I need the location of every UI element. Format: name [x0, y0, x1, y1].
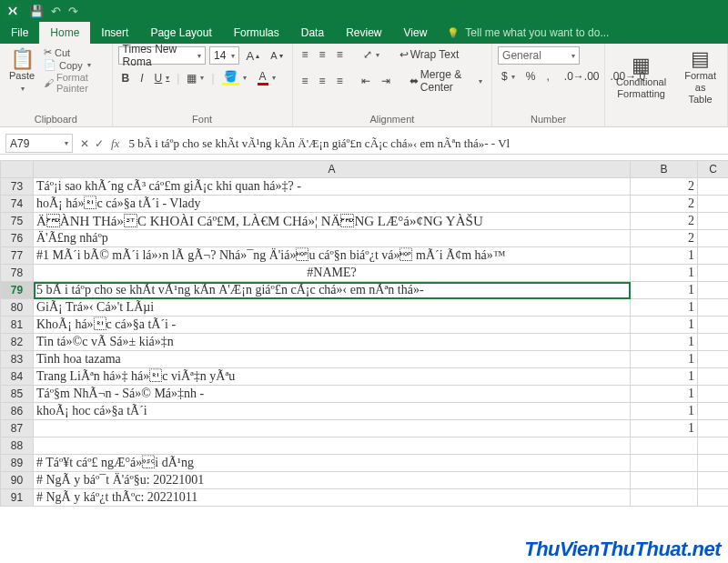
- align-center-icon[interactable]: ≡: [316, 73, 329, 89]
- font-name-select[interactable]: Times New Roma▾: [118, 46, 207, 65]
- accounting-format-icon[interactable]: $: [498, 68, 519, 85]
- col-header-A[interactable]: A: [34, 161, 631, 178]
- underline-button[interactable]: U: [151, 70, 174, 86]
- row-header[interactable]: 80: [1, 299, 34, 317]
- cell[interactable]: 2: [631, 230, 698, 247]
- align-right-icon[interactable]: ≡: [333, 73, 347, 89]
- cell[interactable]: [698, 317, 729, 334]
- cell[interactable]: 1: [631, 403, 698, 420]
- row-header[interactable]: 88: [1, 437, 34, 455]
- align-left-icon[interactable]: ≡: [298, 73, 312, 89]
- cell[interactable]: ÄÀNH THá»C KHOÀI Cáº£M, LÀ€M CHá»¦ NÄ…: [34, 213, 631, 230]
- save-icon[interactable]: 💾: [29, 5, 44, 18]
- font-size-select[interactable]: 14▾: [209, 46, 238, 65]
- cell[interactable]: # Táº¥t cáº£ ngÆ°á»i dÃ¹ng: [34, 455, 631, 472]
- cell[interactable]: [698, 351, 729, 368]
- cell[interactable]: 1: [631, 351, 698, 368]
- increase-indent-icon[interactable]: ⇥: [378, 73, 394, 89]
- cancel-formula-icon[interactable]: ✕: [80, 137, 89, 150]
- row-header[interactable]: 74: [1, 196, 34, 213]
- row-header[interactable]: 79: [1, 282, 34, 299]
- cell[interactable]: Tin tá»©c vÃ Sá»± kiá»‡n: [34, 334, 631, 351]
- row-header[interactable]: 86: [1, 403, 34, 420]
- cell[interactable]: 5 bÃ i táº­p cho se khÃ­t vÃ¹ng kÃ­n Ä'Æ…: [34, 282, 631, 299]
- cell[interactable]: Trang LiÃªn há»‡ há»c viÃª‡n yÃªu: [34, 368, 631, 386]
- fx-icon[interactable]: fx: [111, 136, 119, 151]
- enter-formula-icon[interactable]: ✓: [95, 137, 104, 150]
- cell[interactable]: 1: [631, 334, 698, 351]
- tab-home[interactable]: Home: [39, 22, 90, 44]
- cell[interactable]: [698, 455, 729, 472]
- comma-format-icon[interactable]: ,: [542, 68, 552, 85]
- row-header[interactable]: 73: [1, 178, 34, 196]
- tab-review[interactable]: Review: [335, 22, 392, 44]
- cell[interactable]: [698, 265, 729, 282]
- format-painter-button[interactable]: 🖌 Format Painter: [44, 72, 106, 94]
- name-box[interactable]: A79▾: [5, 134, 73, 153]
- increase-decimal-icon[interactable]: .0→.00: [561, 68, 603, 85]
- col-header-C[interactable]: C: [698, 161, 729, 178]
- cell[interactable]: 1: [631, 420, 698, 437]
- cell[interactable]: 1: [631, 368, 698, 386]
- row-header[interactable]: 90: [1, 472, 34, 489]
- cut-button[interactable]: ✂ Cut: [44, 46, 106, 58]
- copy-button[interactable]: 📄 Copy: [44, 59, 106, 71]
- row-header[interactable]: 84: [1, 368, 34, 386]
- cell[interactable]: [698, 386, 729, 403]
- row-header[interactable]: 76: [1, 230, 34, 247]
- cell[interactable]: [698, 368, 729, 386]
- increase-font-icon[interactable]: A▴: [243, 47, 264, 65]
- tab-data[interactable]: Data: [290, 22, 335, 44]
- cell[interactable]: [698, 489, 729, 507]
- cells-grid[interactable]: A B C 73Táº¡i sao khÃ´ng cÃ³ cáº£m giÃ¡c…: [0, 160, 728, 507]
- tab-formulas[interactable]: Formulas: [223, 22, 290, 44]
- row-header[interactable]: 75: [1, 213, 34, 230]
- cell[interactable]: [698, 472, 729, 489]
- cell[interactable]: [698, 403, 729, 420]
- decrease-indent-icon[interactable]: ⇤: [358, 73, 374, 89]
- cell[interactable]: 1: [631, 299, 698, 317]
- cell[interactable]: khoÃ¡ hoc cá»§a tÃ´i: [34, 403, 631, 420]
- cell[interactable]: 1: [631, 247, 698, 265]
- cell[interactable]: [631, 437, 698, 455]
- tab-pagelayout[interactable]: Page Layout: [139, 22, 222, 44]
- row-header[interactable]: 87: [1, 420, 34, 437]
- tab-insert[interactable]: Insert: [90, 22, 139, 44]
- italic-button[interactable]: I: [136, 70, 147, 86]
- orientation-icon[interactable]: ⤢: [359, 46, 383, 63]
- cell[interactable]: 1: [631, 386, 698, 403]
- cell[interactable]: #1 MÃ´i bÃ© mÃ´i lá»›n lÃ gÃ¬? Nhá»¯ng Ä…: [34, 247, 631, 265]
- row-header[interactable]: 77: [1, 247, 34, 265]
- bold-button[interactable]: B: [118, 70, 134, 86]
- paste-button[interactable]: 📋 Paste: [5, 46, 38, 96]
- cell[interactable]: [698, 282, 729, 299]
- wrap-text-button[interactable]: ↩ Wrap Text: [396, 46, 463, 63]
- cell[interactable]: [698, 247, 729, 265]
- cell[interactable]: #NAME?: [34, 265, 631, 282]
- formula-bar[interactable]: 5 bÃ i táº­p cho se khÃ­t vÃ¹ng kÃ­n Ä'Æ…: [123, 136, 728, 151]
- cell[interactable]: [698, 437, 729, 455]
- number-format-select[interactable]: General▾: [498, 46, 580, 65]
- redo-icon[interactable]: ↷: [68, 5, 78, 18]
- undo-icon[interactable]: ↶: [51, 5, 61, 18]
- font-color-button[interactable]: A: [254, 68, 279, 87]
- cell[interactable]: 2: [631, 213, 698, 230]
- align-top-icon[interactable]: ≡: [298, 46, 312, 63]
- cell[interactable]: [34, 420, 631, 437]
- cell[interactable]: Táº¡i sao khÃ´ng cÃ³ cáº£m giÃ¡c khi qua…: [34, 178, 631, 196]
- cell[interactable]: hoÃ¡ há»c cá»§a tÃ´i - Vlady: [34, 196, 631, 213]
- cell[interactable]: [698, 196, 729, 213]
- row-header[interactable]: 91: [1, 489, 34, 507]
- cell[interactable]: 2: [631, 178, 698, 196]
- row-header[interactable]: 78: [1, 265, 34, 282]
- tab-view[interactable]: View: [393, 22, 439, 44]
- fill-color-button[interactable]: 🪣: [218, 68, 250, 87]
- cell[interactable]: [631, 472, 698, 489]
- cell[interactable]: Táº§m NhÃ¬n - Sá»© Má»‡nh -: [34, 386, 631, 403]
- row-header[interactable]: 85: [1, 386, 34, 403]
- row-header[interactable]: 89: [1, 455, 34, 472]
- row-header[interactable]: 82: [1, 334, 34, 351]
- tab-file[interactable]: File: [0, 22, 39, 44]
- borders-button[interactable]: ▦: [183, 70, 207, 86]
- tell-me-search[interactable]: Tell me what you want to do...: [438, 22, 618, 44]
